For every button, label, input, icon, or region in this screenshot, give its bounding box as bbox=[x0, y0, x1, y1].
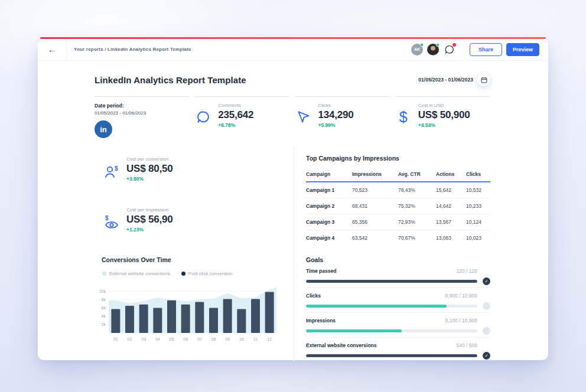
conversions-chart: 2k4k6k8k10k010203040506070809101112 bbox=[96, 282, 294, 345]
svg-text:12: 12 bbox=[267, 337, 272, 341]
date-range-label[interactable]: 01/05/2023 - 01/06/2023 bbox=[418, 77, 473, 83]
kpi-cost: $ Cost in USD US$ 50,900 +4.54% bbox=[395, 96, 490, 146]
cell-campaign: Campaign 3 bbox=[306, 214, 352, 230]
svg-text:2k: 2k bbox=[102, 322, 106, 326]
table-header-row: Campaign Impressions Avg. CTR Actions Cl… bbox=[306, 169, 490, 182]
svg-text:01: 01 bbox=[113, 337, 118, 341]
cell-impressions: 70,523 bbox=[352, 182, 398, 198]
check-icon: ✓ bbox=[483, 352, 490, 360]
avatar-photo[interactable] bbox=[427, 44, 439, 55]
cell-avg-ctr: 75,32% bbox=[398, 198, 436, 214]
cell-impressions: 68,431 bbox=[352, 198, 398, 214]
avatar-initials-label: AK bbox=[414, 47, 420, 51]
linkedin-glyph: in bbox=[100, 125, 107, 134]
conversions-title: Conversions Over Time bbox=[102, 256, 294, 263]
svg-text:11: 11 bbox=[253, 337, 258, 341]
share-button[interactable]: Share bbox=[470, 43, 502, 56]
cell-impressions: 65,356 bbox=[352, 214, 398, 230]
kpi-label: Comments bbox=[218, 103, 253, 108]
kpi-value: 134,290 bbox=[318, 109, 354, 121]
preview-button[interactable]: Preview bbox=[506, 43, 539, 56]
report-card: ← Your reports / LinkedIn Analytics Repo… bbox=[38, 38, 548, 360]
check-icon: ✓ bbox=[483, 277, 490, 285]
kpi-value: US$ 50,900 bbox=[418, 109, 470, 121]
dollar-icon: $ bbox=[399, 110, 408, 146]
progress-bar bbox=[306, 354, 477, 357]
chart-legend: External website conversions Post click … bbox=[102, 271, 294, 276]
progress-bar bbox=[306, 329, 477, 332]
goals-section: Goals Time passed 120 / 120 ✓ bbox=[294, 249, 490, 362]
cell-avg-ctr: 78,43% bbox=[398, 182, 436, 198]
legend-item-postclick[interactable]: Post click conversion bbox=[181, 271, 233, 276]
progress-bar bbox=[306, 305, 477, 308]
cell-actions: 13,083 bbox=[436, 230, 466, 246]
svg-text:04: 04 bbox=[155, 337, 160, 341]
cell-campaign: Campaign 1 bbox=[306, 182, 352, 198]
kpi-delta: +3.80% bbox=[126, 176, 173, 182]
table-row: Campaign 3 65,356 72,93% 13,567 10,124 bbox=[306, 214, 490, 230]
cell-clicks: 10,023 bbox=[466, 230, 490, 246]
kpi-delta: +4.54% bbox=[418, 122, 470, 128]
kpi-cost-per-impression: $ Cost per impression US$ 56,90 +1.23% bbox=[103, 207, 294, 233]
goal-external-conversions: External website conversions 540 / 500 ✓ bbox=[306, 337, 490, 362]
svg-text:09: 09 bbox=[225, 337, 230, 341]
calendar-icon bbox=[481, 77, 487, 83]
cell-clicks: 10,124 bbox=[466, 214, 490, 230]
goal-label: Impressions bbox=[306, 318, 336, 324]
goals-title: Goals bbox=[306, 256, 490, 263]
column-header: Clicks bbox=[466, 169, 490, 182]
cursor-icon bbox=[297, 110, 311, 124]
column-header: Actions bbox=[436, 169, 466, 182]
kpi-clicks: Clicks 134,290 +5.99% bbox=[295, 96, 390, 146]
back-button[interactable]: ← bbox=[38, 38, 67, 60]
conversions-section: Conversions Over Time External website c… bbox=[95, 249, 294, 362]
goal-label: External website conversions bbox=[306, 342, 377, 348]
notification-dot bbox=[452, 43, 456, 47]
chat-button[interactable] bbox=[443, 43, 456, 56]
cell-impressions: 63,542 bbox=[352, 230, 398, 246]
kpi-label: Cost per impression bbox=[126, 207, 173, 213]
goal-value: 120 / 120 bbox=[457, 268, 490, 274]
column-header: Impressions bbox=[352, 169, 398, 182]
cell-campaign: Campaign 2 bbox=[306, 198, 352, 214]
column-header: Campaign bbox=[306, 169, 352, 182]
middle-row: $ Cost per conversion US$ 80,50 +3.80% $ bbox=[95, 147, 490, 249]
avatar-initials[interactable]: AK bbox=[411, 44, 423, 55]
kpi-row: Date period: 01/05/2023 - 01/06/2023 in … bbox=[95, 96, 490, 146]
legend-label: External website conversions bbox=[109, 271, 171, 276]
svg-text:06: 06 bbox=[183, 337, 188, 341]
kpi-label: Cost in USD bbox=[418, 103, 470, 108]
goal-time-passed: Time passed 120 / 120 ✓ bbox=[306, 263, 490, 288]
online-status-dot bbox=[436, 43, 440, 47]
topbar-actions: AK Share Preview bbox=[411, 43, 539, 56]
legend-dot-dark bbox=[181, 272, 185, 276]
goal-label: Time passed bbox=[306, 268, 336, 274]
kpi-delta: +6.78% bbox=[218, 122, 253, 128]
breadcrumb[interactable]: Your reports / LinkedIn Analytics Report… bbox=[74, 47, 191, 52]
calendar-button[interactable] bbox=[477, 73, 490, 86]
table-row: Campaign 2 68,431 75,32% 14,642 10,233 bbox=[306, 198, 490, 214]
legend-dot-light bbox=[102, 272, 106, 276]
cell-actions: 14,642 bbox=[436, 198, 466, 214]
goal-clicks: Clicks 8,900 / 10,900 bbox=[306, 288, 490, 312]
legend-item-external[interactable]: External website conversions bbox=[102, 271, 171, 276]
eye-dollar-icon: $ bbox=[103, 214, 120, 231]
date-period-cell: Date period: 01/05/2023 - 01/06/2023 in bbox=[95, 96, 190, 146]
svg-text:07: 07 bbox=[197, 337, 202, 341]
goal-impressions: Impressions 6,100 / 10,900 bbox=[306, 312, 490, 337]
kpi-value: 235,642 bbox=[218, 109, 253, 121]
user-dollar-icon: $ bbox=[103, 164, 120, 180]
svg-text:10: 10 bbox=[239, 337, 244, 341]
cell-clicks: 10,532 bbox=[466, 182, 490, 198]
campaigns-section: Top Campaigns by Impressions Campaign Im… bbox=[294, 147, 490, 249]
top-accent-line bbox=[40, 37, 546, 39]
bottom-row: Conversions Over Time External website c… bbox=[95, 249, 490, 362]
date-period-value: 01/05/2023 - 01/06/2023 bbox=[95, 110, 190, 116]
top-bar: ← Your reports / LinkedIn Analytics Repo… bbox=[38, 38, 548, 61]
campaigns-title: Top Campaigns by Impressions bbox=[306, 155, 490, 162]
cell-avg-ctr: 72,93% bbox=[398, 214, 436, 230]
svg-text:$: $ bbox=[115, 165, 118, 172]
goal-value: 6,100 / 10,900 bbox=[445, 318, 490, 324]
kpi-cost-per-conversion: $ Cost per conversion US$ 80,50 +3.80% bbox=[103, 156, 294, 182]
title-row: LinkedIn Analytics Report Template 01/05… bbox=[95, 73, 490, 86]
